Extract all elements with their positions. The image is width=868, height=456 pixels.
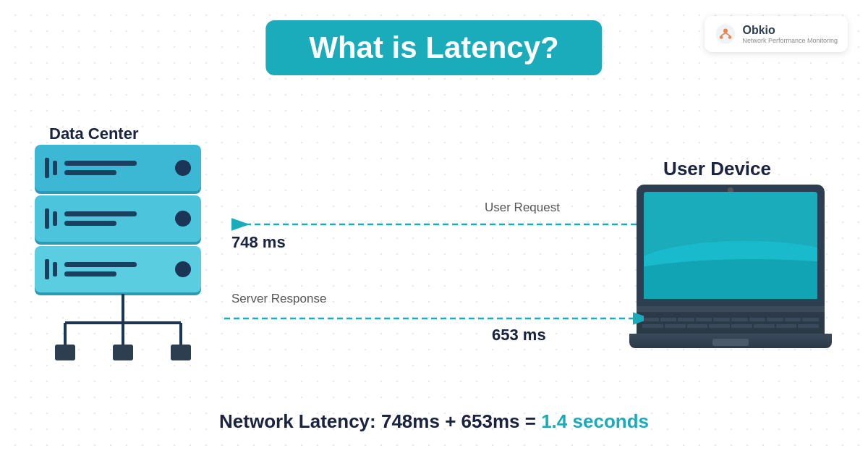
key: [642, 318, 659, 321]
main-content: What is Latency? Obkio Network Performan…: [0, 0, 868, 456]
svg-rect-12: [113, 345, 133, 360]
svg-text:Server Response: Server Response: [231, 292, 326, 305]
server-stack: [35, 145, 208, 297]
svg-point-2: [720, 35, 723, 39]
laptop-hinge: [637, 306, 825, 312]
svg-point-1: [723, 29, 728, 33]
key: [713, 318, 730, 321]
bar6: [53, 262, 57, 276]
svg-point-3: [728, 35, 732, 39]
key: [731, 318, 748, 321]
svg-text:748 ms: 748 ms: [231, 233, 286, 251]
page-title: What is Latency?: [309, 30, 558, 64]
svg-rect-11: [55, 345, 75, 360]
key: [754, 324, 775, 328]
screen-wave-2: [644, 259, 817, 299]
laptop-screen-outer: [637, 185, 825, 306]
key-row-2: [642, 324, 819, 328]
bar2: [53, 161, 57, 175]
key: [731, 324, 752, 328]
key: [798, 324, 819, 328]
server-unit-top: [35, 145, 201, 191]
laptop-base: [629, 334, 832, 348]
server-bars-top: [45, 158, 57, 178]
key-row-1: [642, 318, 819, 321]
key: [665, 324, 686, 328]
server-line-5: [64, 262, 137, 267]
key: [678, 318, 694, 321]
formula-bar: Network Latency: 748ms + 653ms = 1.4 sec…: [219, 410, 649, 433]
server-line-4: [64, 221, 116, 226]
server-bars-mid: [45, 208, 57, 229]
svg-text:User Request: User Request: [485, 200, 560, 214]
arrows-diagram: User Request 748 ms Server Response 653 …: [217, 195, 644, 355]
obkio-logo-icon: [715, 23, 736, 45]
key: [687, 324, 708, 328]
data-center-label: Data Center: [49, 124, 138, 143]
laptop-screen: [644, 192, 817, 299]
server-unit-mid: [35, 195, 201, 242]
laptop-touchpad: [712, 339, 749, 346]
title-banner: What is Latency?: [265, 20, 602, 75]
user-device-label: User Device: [663, 158, 771, 180]
server-line-3: [64, 211, 137, 216]
server-line-2: [64, 170, 116, 175]
keyboard-area: [637, 312, 825, 334]
server-circle-mid: [175, 211, 191, 227]
svg-rect-13: [171, 345, 191, 360]
key: [802, 318, 819, 321]
bar5: [45, 259, 49, 279]
bar1: [45, 158, 49, 178]
server-bars-bot: [45, 259, 57, 279]
server-lines-bot: [64, 262, 168, 276]
key: [785, 318, 801, 321]
key: [642, 324, 663, 328]
key: [749, 318, 766, 321]
bar3: [45, 208, 49, 229]
formula-static: Network Latency: 748ms + 653ms =: [219, 410, 541, 432]
svg-text:653 ms: 653 ms: [492, 326, 546, 344]
logo-name: Obkio: [742, 24, 838, 37]
formula-highlight: 1.4 seconds: [541, 410, 649, 432]
bar4: [53, 211, 57, 226]
logo-box: Obkio Network Performance Monitoring: [705, 16, 848, 52]
network-legs-svg: [43, 294, 203, 366]
key: [767, 318, 783, 321]
key: [696, 318, 712, 321]
server-circle-top: [175, 160, 191, 176]
server-line-1: [64, 161, 137, 166]
server-unit-bot: [35, 246, 201, 292]
logo-subtitle: Network Performance Monitoring: [742, 37, 838, 44]
server-lines-top: [64, 161, 168, 175]
svg-point-0: [716, 25, 736, 44]
laptop-container: [637, 185, 825, 348]
server-circle-bot: [175, 261, 191, 277]
key: [660, 318, 677, 321]
key: [776, 324, 797, 328]
logo-text: Obkio Network Performance Monitoring: [742, 24, 838, 44]
server-lines-mid: [64, 211, 168, 226]
key: [709, 324, 730, 328]
server-line-6: [64, 271, 116, 276]
